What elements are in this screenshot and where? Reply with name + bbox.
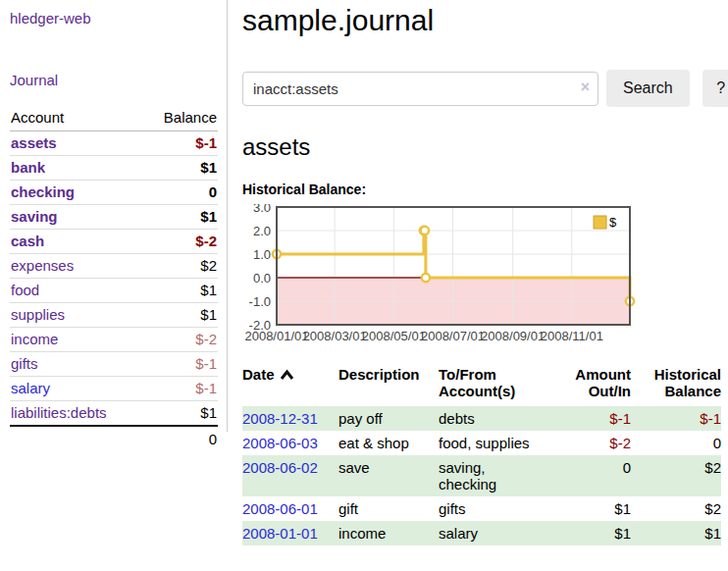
- account-name-cell: salary: [10, 377, 142, 401]
- transaction-description: save: [338, 455, 439, 496]
- accounts-table-body: assets$-1bank$1checking0saving$1cash$-2e…: [10, 131, 218, 427]
- transaction-date-cell: 2008-06-01: [242, 496, 338, 521]
- account-row: salary$-1: [10, 377, 218, 401]
- account-link[interactable]: saving: [11, 208, 58, 225]
- transaction-accounts: food, supplies: [439, 431, 548, 455]
- transaction-date-cell: 2008-06-02: [242, 455, 338, 496]
- transaction-date-link[interactable]: 2008-01-01: [242, 525, 318, 542]
- svg-text:0.0: 0.0: [253, 271, 271, 286]
- transaction-date-cell: 2008-01-01: [242, 521, 338, 545]
- svg-text:2008/05/01: 2008/05/01: [362, 329, 426, 343]
- page-title: sample.journal: [242, 4, 728, 37]
- search-input[interactable]: [242, 72, 598, 106]
- account-name-cell: gifts: [10, 352, 142, 377]
- account-name-cell: assets: [10, 131, 142, 156]
- main-content: sample.journal × Search ? assets Histori…: [228, 0, 728, 571]
- account-link[interactable]: supplies: [11, 306, 65, 323]
- clear-search-icon[interactable]: ×: [581, 78, 590, 96]
- account-row: saving$1: [10, 205, 218, 230]
- transaction-date-link[interactable]: 2008-06-02: [242, 459, 318, 476]
- register-header-accounts: To/From Account(s): [439, 364, 548, 406]
- search-input-wrap: ×: [242, 72, 598, 106]
- transaction-description: eat & shop: [338, 431, 439, 455]
- transaction-description: gift: [338, 496, 439, 521]
- transaction-accounts: saving, checking: [439, 455, 548, 496]
- accounts-total-row: 0: [10, 426, 218, 451]
- account-balance: $1: [142, 279, 218, 303]
- register-header-row: DateDescriptionTo/From Account(s)Amount …: [242, 364, 721, 406]
- account-row: income$-2: [10, 328, 218, 352]
- transaction-balance: $-1: [631, 406, 721, 431]
- svg-text:2008/01/01: 2008/01/01: [244, 329, 308, 343]
- account-balance: $2: [142, 254, 218, 279]
- transaction-balance: $1: [631, 521, 721, 545]
- chart-legend-label: $: [609, 215, 617, 230]
- transaction-amount: $-2: [548, 431, 631, 455]
- transaction-date-link[interactable]: 2008-06-01: [242, 500, 318, 517]
- transaction-date-cell: 2008-06-03: [242, 431, 338, 455]
- transaction-accounts: salary: [439, 521, 548, 545]
- account-link[interactable]: assets: [11, 134, 57, 151]
- account-link[interactable]: bank: [11, 159, 45, 176]
- transaction-date-cell: 2008-12-31: [242, 406, 338, 431]
- search-bar: × Search ?: [242, 70, 728, 107]
- account-balance: $1: [142, 401, 218, 427]
- account-name-cell: cash: [10, 230, 142, 254]
- account-balance: 0: [142, 181, 218, 205]
- transaction-date-link[interactable]: 2008-12-31: [242, 410, 318, 427]
- account-link[interactable]: food: [11, 282, 39, 298]
- register-header-balance: Historical Balance: [631, 364, 721, 406]
- account-row: cash$-2: [10, 230, 218, 254]
- register-row: 2008-06-01giftgifts$1$2: [242, 496, 721, 521]
- account-link[interactable]: expenses: [11, 257, 74, 274]
- register-table-body: 2008-12-31pay offdebts$-1$-12008-06-03ea…: [242, 406, 721, 545]
- transaction-balance: $2: [631, 455, 721, 496]
- account-row: assets$-1: [10, 131, 218, 156]
- help-button[interactable]: ?: [702, 70, 728, 107]
- account-heading: assets: [242, 133, 728, 161]
- register-row: 2008-12-31pay offdebts$-1$-1: [242, 406, 721, 431]
- transaction-balance: 0: [631, 431, 721, 455]
- transaction-amount: $-1: [548, 406, 631, 431]
- account-name-cell: liabilities:debts: [10, 401, 142, 427]
- historical-balance-chart: 3.02.01.00.0-1.0-2.02008/01/012008/03/01…: [242, 204, 728, 347]
- sidebar: hledger-web Journal Account Balance asse…: [0, 0, 228, 571]
- account-balance: $-1: [142, 131, 218, 156]
- account-balance: $-1: [142, 352, 218, 377]
- transaction-amount: 0: [548, 455, 631, 496]
- hledger-web-page: hledger-web Journal Account Balance asse…: [0, 0, 728, 571]
- transaction-date-link[interactable]: 2008-06-03: [242, 435, 318, 451]
- account-link[interactable]: checking: [11, 183, 75, 200]
- register-row: 2008-01-01incomesalary$1$1: [242, 521, 721, 545]
- account-link[interactable]: cash: [11, 233, 44, 249]
- account-name-cell: checking: [10, 181, 142, 205]
- account-balance: $1: [142, 303, 218, 328]
- account-link[interactable]: income: [11, 331, 58, 347]
- transaction-amount: $1: [548, 521, 631, 545]
- sort-ascending-icon: [280, 369, 294, 381]
- account-row: bank$1: [10, 156, 218, 181]
- account-link[interactable]: salary: [11, 380, 50, 396]
- accounts-total-spacer: [10, 426, 142, 451]
- account-name-cell: expenses: [10, 254, 142, 279]
- accounts-total-value: 0: [142, 426, 218, 451]
- account-link[interactable]: gifts: [11, 355, 38, 372]
- account-row: gifts$-1: [10, 352, 218, 377]
- account-balance: $1: [142, 205, 218, 230]
- account-link[interactable]: liabilities:debts: [11, 404, 107, 421]
- account-row: checking0: [10, 181, 218, 205]
- search-button[interactable]: Search: [606, 70, 690, 107]
- transaction-accounts: gifts: [439, 496, 548, 521]
- svg-text:3.0: 3.0: [253, 204, 271, 215]
- register-header-date: Date: [242, 364, 338, 406]
- transaction-accounts: debts: [439, 406, 548, 431]
- account-balance: $1: [142, 156, 218, 181]
- account-balance: $-2: [142, 230, 218, 254]
- chart-svg: 3.02.01.00.0-1.0-2.02008/01/012008/03/01…: [242, 204, 728, 347]
- sidebar-item-journal[interactable]: Journal: [10, 72, 220, 88]
- account-row: supplies$1: [10, 303, 218, 328]
- app-title-link[interactable]: hledger-web: [10, 10, 220, 26]
- account-balance: $-2: [142, 328, 218, 352]
- account-row: liabilities:debts$1: [10, 401, 218, 427]
- account-name-cell: saving: [10, 205, 142, 230]
